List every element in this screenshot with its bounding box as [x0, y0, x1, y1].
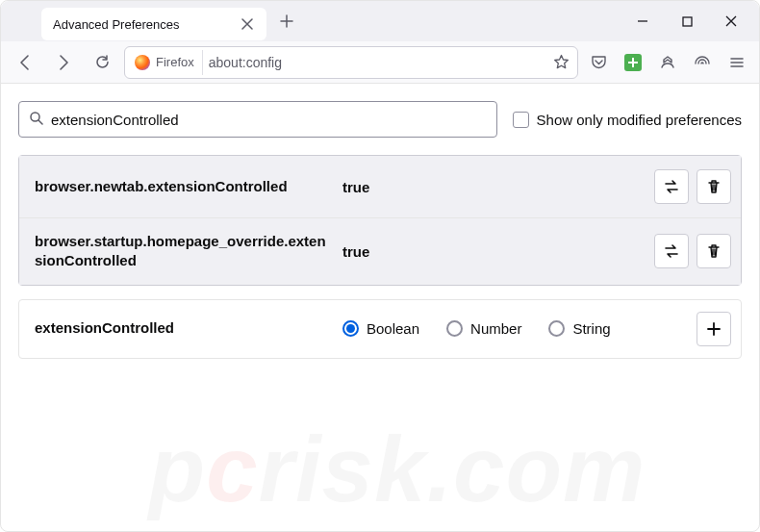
pref-row: browser.startup.homepage_override.extens…: [19, 217, 741, 285]
protections-icon[interactable]: [688, 48, 717, 77]
radio-string[interactable]: String: [548, 320, 610, 337]
pref-value: true: [342, 243, 645, 260]
new-tab-button[interactable]: [272, 7, 301, 36]
radio-boolean[interactable]: Boolean: [342, 320, 419, 337]
pref-list: browser.newtab.extensionControlled true …: [18, 155, 742, 286]
extension-icon[interactable]: [619, 48, 647, 77]
watermark: pcrisk.com: [18, 437, 759, 531]
type-radio-group: Boolean Number String: [342, 320, 687, 337]
account-icon[interactable]: [653, 48, 682, 77]
svg-rect-0: [683, 17, 692, 26]
radio-label: Number: [470, 320, 521, 337]
radio-icon: [548, 320, 565, 337]
radio-label: Boolean: [367, 320, 419, 337]
menu-button[interactable]: [722, 48, 751, 77]
radio-icon: [342, 320, 359, 337]
bookmark-star-icon[interactable]: [550, 52, 571, 73]
delete-button[interactable]: [697, 234, 731, 268]
radio-number[interactable]: Number: [446, 320, 521, 337]
search-icon: [29, 111, 43, 128]
reload-button[interactable]: [86, 46, 118, 79]
add-pref-name: extensionControlled: [35, 318, 333, 338]
window-maximize-button[interactable]: [665, 4, 709, 38]
pref-name: browser.startup.homepage_override.extens…: [35, 232, 333, 271]
pref-row: browser.newtab.extensionControlled true: [19, 156, 741, 217]
pocket-icon[interactable]: [584, 48, 613, 77]
checkbox-label: Show only modified preferences: [537, 112, 742, 128]
show-modified-checkbox[interactable]: Show only modified preferences: [513, 112, 742, 128]
window-minimize-button[interactable]: [621, 4, 665, 38]
pref-search-box[interactable]: [18, 101, 497, 138]
add-pref-row: extensionControlled Boolean Number Strin…: [18, 299, 742, 359]
pref-search-input[interactable]: [51, 112, 487, 128]
identity-label: Firefox: [156, 55, 194, 69]
identity-box[interactable]: Firefox: [131, 50, 203, 75]
add-button[interactable]: [697, 312, 731, 346]
pref-name: browser.newtab.extensionControlled: [35, 177, 333, 196]
window-close-button[interactable]: [709, 4, 753, 38]
forward-button[interactable]: [47, 46, 80, 79]
radio-label: String: [572, 320, 610, 337]
toggle-button[interactable]: [654, 234, 689, 268]
firefox-logo-icon: [135, 55, 150, 70]
url-text: about:config: [209, 55, 282, 70]
pref-value: true: [342, 179, 645, 195]
delete-button[interactable]: [697, 169, 731, 204]
about-config-content: Show only modified preferences browser.n…: [1, 84, 759, 531]
browser-toolbar: Firefox about:config: [1, 41, 759, 84]
window-titlebar: Advanced Preferences: [1, 1, 759, 41]
toggle-button[interactable]: [654, 169, 689, 204]
browser-tab[interactable]: Advanced Preferences: [41, 8, 266, 40]
back-button[interactable]: [9, 46, 41, 79]
close-tab-icon[interactable]: [240, 16, 255, 32]
radio-icon: [446, 320, 463, 337]
checkbox-icon: [513, 112, 529, 128]
url-bar[interactable]: Firefox about:config: [124, 46, 578, 79]
tab-title: Advanced Preferences: [53, 17, 232, 32]
